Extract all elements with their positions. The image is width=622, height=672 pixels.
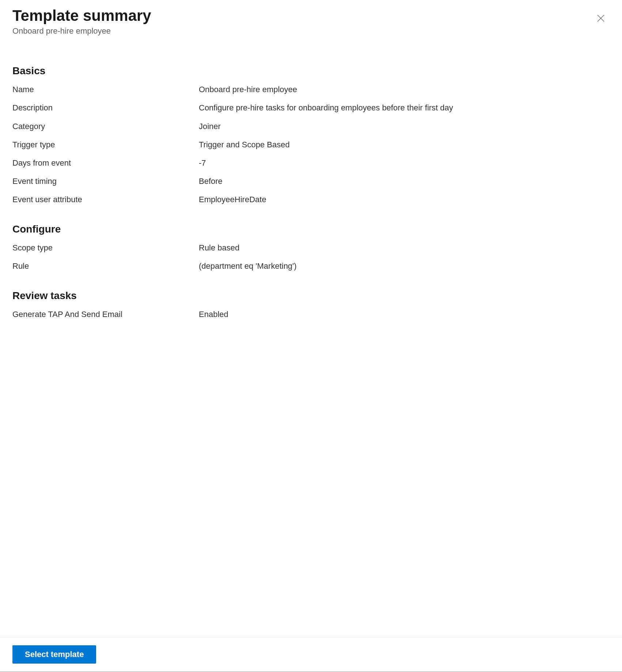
select-template-button[interactable]: Select template [12,645,96,664]
row-event-user-attribute: Event user attribute EmployeeHireDate [12,193,610,206]
label-event-timing: Event timing [12,175,199,188]
row-days-from-event: Days from event -7 [12,157,610,169]
label-description: Description [12,102,199,114]
row-category: Category Joiner [12,120,610,133]
label-scope-type: Scope type [12,242,199,254]
value-description: Configure pre-hire tasks for onboarding … [199,102,610,114]
label-rule: Rule [12,260,199,272]
section-configure: Configure Scope type Rule based Rule (de… [12,223,610,272]
close-icon [596,18,605,24]
value-trigger-type: Trigger and Scope Based [199,139,610,151]
section-review-tasks: Review tasks Generate TAP And Send Email… [12,290,610,321]
panel-footer: Select template [0,637,622,672]
template-summary-panel: Template summary Onboard pre-hire employ… [0,0,622,672]
row-scope-type: Scope type Rule based [12,242,610,254]
label-trigger-type: Trigger type [12,139,199,151]
value-name: Onboard pre-hire employee [199,83,610,96]
section-heading-basics: Basics [12,65,610,77]
section-heading-review-tasks: Review tasks [12,290,610,302]
label-event-user-attribute: Event user attribute [12,193,199,206]
value-category: Joiner [199,120,610,133]
section-heading-configure: Configure [12,223,610,235]
header-text: Template summary Onboard pre-hire employ… [12,7,151,36]
row-trigger-type: Trigger type Trigger and Scope Based [12,139,610,151]
label-name: Name [12,83,199,96]
row-rule: Rule (department eq 'Marketing') [12,260,610,272]
section-basics: Basics Name Onboard pre-hire employee De… [12,65,610,206]
panel-title: Template summary [12,7,151,25]
label-category: Category [12,120,199,133]
value-rule: (department eq 'Marketing') [199,260,610,272]
value-event-timing: Before [199,175,610,188]
panel-header: Template summary Onboard pre-hire employ… [0,0,622,36]
row-event-timing: Event timing Before [12,175,610,188]
close-button[interactable] [593,11,608,27]
value-days-from-event: -7 [199,157,610,169]
panel-subtitle: Onboard pre-hire employee [12,26,151,36]
row-name: Name Onboard pre-hire employee [12,83,610,96]
row-description: Description Configure pre-hire tasks for… [12,102,610,114]
value-tap-email: Enabled [199,308,610,321]
row-tap-email: Generate TAP And Send Email Enabled [12,308,610,321]
label-days-from-event: Days from event [12,157,199,169]
label-tap-email: Generate TAP And Send Email [12,308,199,321]
value-scope-type: Rule based [199,242,610,254]
panel-content: Basics Name Onboard pre-hire employee De… [0,36,622,637]
value-event-user-attribute: EmployeeHireDate [199,193,610,206]
